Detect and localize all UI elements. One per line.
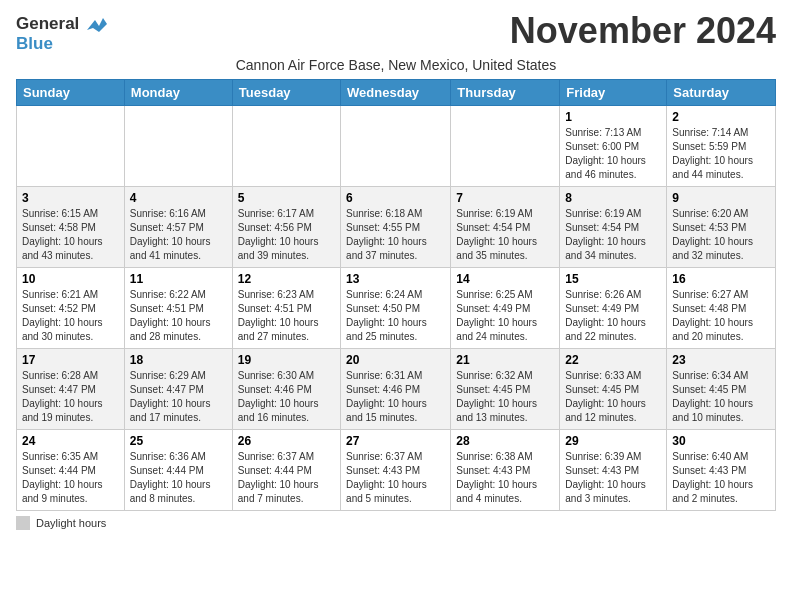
day-info: Sunrise: 6:15 AM Sunset: 4:58 PM Dayligh… — [22, 207, 119, 263]
logo-general: General — [16, 14, 79, 33]
day-number: 24 — [22, 434, 119, 448]
logo-bird-icon — [85, 16, 107, 34]
day-cell: 5Sunrise: 6:17 AM Sunset: 4:56 PM Daylig… — [232, 187, 340, 268]
day-cell: 12Sunrise: 6:23 AM Sunset: 4:51 PM Dayli… — [232, 268, 340, 349]
calendar-table: Sunday Monday Tuesday Wednesday Thursday… — [16, 79, 776, 511]
day-cell: 26Sunrise: 6:37 AM Sunset: 4:44 PM Dayli… — [232, 430, 340, 511]
day-cell: 20Sunrise: 6:31 AM Sunset: 4:46 PM Dayli… — [341, 349, 451, 430]
day-info: Sunrise: 6:25 AM Sunset: 4:49 PM Dayligh… — [456, 288, 554, 344]
header: General Blue November 2024 — [16, 10, 776, 53]
day-cell: 4Sunrise: 6:16 AM Sunset: 4:57 PM Daylig… — [124, 187, 232, 268]
day-info: Sunrise: 6:29 AM Sunset: 4:47 PM Dayligh… — [130, 369, 227, 425]
col-tuesday: Tuesday — [232, 80, 340, 106]
day-cell: 16Sunrise: 6:27 AM Sunset: 4:48 PM Dayli… — [667, 268, 776, 349]
col-monday: Monday — [124, 80, 232, 106]
week-row-4: 17Sunrise: 6:28 AM Sunset: 4:47 PM Dayli… — [17, 349, 776, 430]
svg-marker-0 — [87, 18, 107, 32]
day-info: Sunrise: 6:16 AM Sunset: 4:57 PM Dayligh… — [130, 207, 227, 263]
day-info: Sunrise: 6:20 AM Sunset: 4:53 PM Dayligh… — [672, 207, 770, 263]
day-info: Sunrise: 7:13 AM Sunset: 6:00 PM Dayligh… — [565, 126, 661, 182]
day-cell: 13Sunrise: 6:24 AM Sunset: 4:50 PM Dayli… — [341, 268, 451, 349]
legend-box — [16, 516, 30, 530]
day-number: 12 — [238, 272, 335, 286]
day-cell — [124, 106, 232, 187]
day-number: 22 — [565, 353, 661, 367]
day-info: Sunrise: 6:22 AM Sunset: 4:51 PM Dayligh… — [130, 288, 227, 344]
logo-blue: Blue — [16, 34, 53, 53]
col-sunday: Sunday — [17, 80, 125, 106]
day-info: Sunrise: 6:36 AM Sunset: 4:44 PM Dayligh… — [130, 450, 227, 506]
day-cell: 6Sunrise: 6:18 AM Sunset: 4:55 PM Daylig… — [341, 187, 451, 268]
day-number: 21 — [456, 353, 554, 367]
day-info: Sunrise: 6:31 AM Sunset: 4:46 PM Dayligh… — [346, 369, 445, 425]
logo-text: General Blue — [16, 14, 107, 53]
col-thursday: Thursday — [451, 80, 560, 106]
legend-label: Daylight hours — [36, 517, 106, 529]
week-row-1: 1Sunrise: 7:13 AM Sunset: 6:00 PM Daylig… — [17, 106, 776, 187]
logo-content: General Blue — [16, 14, 107, 53]
day-cell: 3Sunrise: 6:15 AM Sunset: 4:58 PM Daylig… — [17, 187, 125, 268]
day-cell: 22Sunrise: 6:33 AM Sunset: 4:45 PM Dayli… — [560, 349, 667, 430]
day-number: 26 — [238, 434, 335, 448]
day-info: Sunrise: 6:26 AM Sunset: 4:49 PM Dayligh… — [565, 288, 661, 344]
day-number: 28 — [456, 434, 554, 448]
week-row-2: 3Sunrise: 6:15 AM Sunset: 4:58 PM Daylig… — [17, 187, 776, 268]
day-number: 13 — [346, 272, 445, 286]
day-info: Sunrise: 6:37 AM Sunset: 4:43 PM Dayligh… — [346, 450, 445, 506]
day-cell: 7Sunrise: 6:19 AM Sunset: 4:54 PM Daylig… — [451, 187, 560, 268]
page: General Blue November 2024 Cannon Air Fo… — [0, 0, 792, 540]
day-info: Sunrise: 6:33 AM Sunset: 4:45 PM Dayligh… — [565, 369, 661, 425]
footer: Daylight hours — [16, 516, 776, 530]
day-number: 19 — [238, 353, 335, 367]
col-wednesday: Wednesday — [341, 80, 451, 106]
day-number: 11 — [130, 272, 227, 286]
day-cell — [17, 106, 125, 187]
day-info: Sunrise: 6:21 AM Sunset: 4:52 PM Dayligh… — [22, 288, 119, 344]
day-cell: 28Sunrise: 6:38 AM Sunset: 4:43 PM Dayli… — [451, 430, 560, 511]
day-cell — [451, 106, 560, 187]
day-info: Sunrise: 7:14 AM Sunset: 5:59 PM Dayligh… — [672, 126, 770, 182]
day-info: Sunrise: 6:35 AM Sunset: 4:44 PM Dayligh… — [22, 450, 119, 506]
day-info: Sunrise: 6:19 AM Sunset: 4:54 PM Dayligh… — [456, 207, 554, 263]
day-number: 2 — [672, 110, 770, 124]
day-number: 25 — [130, 434, 227, 448]
day-cell: 2Sunrise: 7:14 AM Sunset: 5:59 PM Daylig… — [667, 106, 776, 187]
day-info: Sunrise: 6:38 AM Sunset: 4:43 PM Dayligh… — [456, 450, 554, 506]
day-number: 1 — [565, 110, 661, 124]
day-number: 4 — [130, 191, 227, 205]
day-number: 30 — [672, 434, 770, 448]
day-cell: 17Sunrise: 6:28 AM Sunset: 4:47 PM Dayli… — [17, 349, 125, 430]
day-info: Sunrise: 6:18 AM Sunset: 4:55 PM Dayligh… — [346, 207, 445, 263]
day-info: Sunrise: 6:34 AM Sunset: 4:45 PM Dayligh… — [672, 369, 770, 425]
day-info: Sunrise: 6:23 AM Sunset: 4:51 PM Dayligh… — [238, 288, 335, 344]
day-cell: 18Sunrise: 6:29 AM Sunset: 4:47 PM Dayli… — [124, 349, 232, 430]
day-cell: 1Sunrise: 7:13 AM Sunset: 6:00 PM Daylig… — [560, 106, 667, 187]
day-number: 3 — [22, 191, 119, 205]
day-cell: 14Sunrise: 6:25 AM Sunset: 4:49 PM Dayli… — [451, 268, 560, 349]
day-cell: 27Sunrise: 6:37 AM Sunset: 4:43 PM Dayli… — [341, 430, 451, 511]
day-number: 29 — [565, 434, 661, 448]
month-title: November 2024 — [510, 10, 776, 52]
day-number: 15 — [565, 272, 661, 286]
day-number: 18 — [130, 353, 227, 367]
logo: General Blue — [16, 14, 107, 53]
day-number: 8 — [565, 191, 661, 205]
day-info: Sunrise: 6:37 AM Sunset: 4:44 PM Dayligh… — [238, 450, 335, 506]
day-number: 7 — [456, 191, 554, 205]
day-number: 16 — [672, 272, 770, 286]
day-number: 10 — [22, 272, 119, 286]
day-info: Sunrise: 6:27 AM Sunset: 4:48 PM Dayligh… — [672, 288, 770, 344]
day-number: 27 — [346, 434, 445, 448]
day-cell: 25Sunrise: 6:36 AM Sunset: 4:44 PM Dayli… — [124, 430, 232, 511]
week-row-3: 10Sunrise: 6:21 AM Sunset: 4:52 PM Dayli… — [17, 268, 776, 349]
header-row: Sunday Monday Tuesday Wednesday Thursday… — [17, 80, 776, 106]
day-info: Sunrise: 6:24 AM Sunset: 4:50 PM Dayligh… — [346, 288, 445, 344]
day-info: Sunrise: 6:40 AM Sunset: 4:43 PM Dayligh… — [672, 450, 770, 506]
subtitle: Cannon Air Force Base, New Mexico, Unite… — [16, 57, 776, 73]
day-cell: 24Sunrise: 6:35 AM Sunset: 4:44 PM Dayli… — [17, 430, 125, 511]
day-number: 23 — [672, 353, 770, 367]
day-cell: 8Sunrise: 6:19 AM Sunset: 4:54 PM Daylig… — [560, 187, 667, 268]
day-cell: 15Sunrise: 6:26 AM Sunset: 4:49 PM Dayli… — [560, 268, 667, 349]
day-cell: 29Sunrise: 6:39 AM Sunset: 4:43 PM Dayli… — [560, 430, 667, 511]
day-info: Sunrise: 6:30 AM Sunset: 4:46 PM Dayligh… — [238, 369, 335, 425]
